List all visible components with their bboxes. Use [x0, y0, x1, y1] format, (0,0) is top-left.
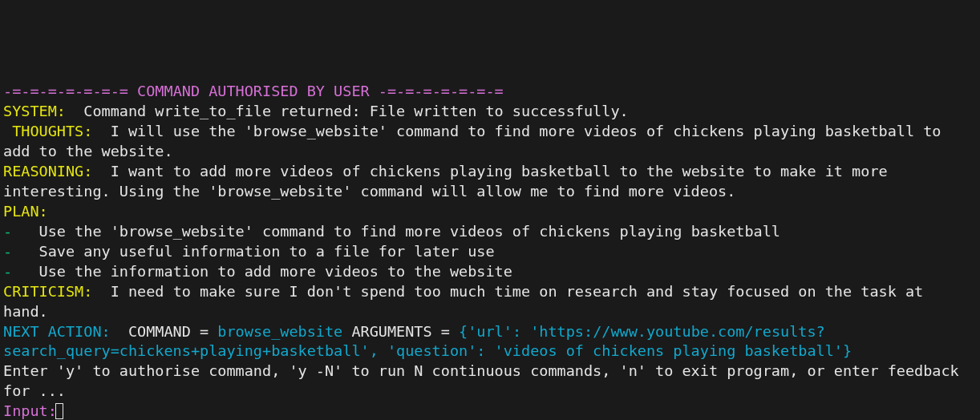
thoughts-label: THOUGHTS:	[3, 123, 92, 139]
criticism-text: I need to make sure I don't spend too mu…	[3, 283, 932, 320]
header-dashes-left: -=-=-=-=-=-=-=	[3, 83, 128, 99]
plan-bullet-dash: -	[3, 263, 21, 280]
system-label: SYSTEM:	[3, 103, 66, 119]
plan-bullet-dash: -	[3, 223, 21, 240]
next-action-label: NEXT ACTION:	[3, 323, 119, 340]
header-dashes-right: -=-=-=-=-=-=-=	[379, 83, 504, 99]
command-label: COMMAND =	[119, 323, 218, 340]
prompt-text: Enter 'y' to authorise command, 'y -N' t…	[3, 362, 968, 399]
plan-bullet-dash: -	[3, 243, 21, 260]
header-title: COMMAND AUTHORISED BY USER	[128, 83, 379, 99]
criticism-label: CRITICISM:	[3, 283, 92, 300]
arguments-label: ARGUMENTS =	[342, 323, 459, 340]
reasoning-text: I want to add more videos of chickens pl…	[3, 163, 897, 200]
terminal-output: -=-=-=-=-=-=-= COMMAND AUTHORISED BY USE…	[3, 82, 977, 420]
thoughts-text: I will use the 'browse_website' command …	[3, 123, 950, 160]
reasoning-label: REASONING:	[3, 163, 92, 180]
plan-bullet-2: Use the information to add more videos t…	[21, 263, 512, 280]
plan-bullet-0: Use the 'browse_website' command to find…	[21, 223, 780, 240]
input-label: Input:	[3, 402, 57, 419]
cursor-icon[interactable]	[55, 403, 63, 419]
plan-bullet-1: Save any useful information to a file fo…	[21, 243, 494, 260]
plan-label: PLAN:	[3, 203, 57, 220]
system-text: Command write_to_file returned: File wri…	[66, 103, 629, 119]
command-value: browse_website	[217, 323, 342, 340]
